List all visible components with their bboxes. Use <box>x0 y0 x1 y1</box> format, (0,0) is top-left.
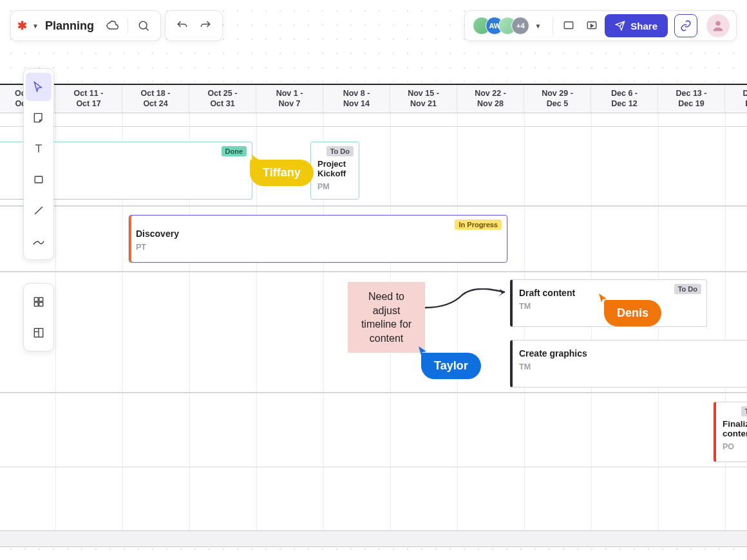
avatar-more-count[interactable]: +4 <box>511 17 529 35</box>
status-chip-in-progress: In Progress <box>455 219 502 230</box>
divider <box>128 17 128 34</box>
toolbar-collaboration: AW +4 ▼ Share <box>464 10 737 41</box>
svg-rect-8 <box>39 303 43 306</box>
tool-sidebar <box>23 68 54 260</box>
share-button-label: Share <box>630 21 657 32</box>
cursor-label-denis: Denis <box>604 300 661 326</box>
timeline-frame[interactable]: Oct 4 -Oct 10 Oct 11 -Oct 17 Oct 18 -Oct… <box>0 84 747 547</box>
redo-button[interactable] <box>195 15 216 36</box>
tool-sidebar-secondary <box>23 283 54 351</box>
undo-button[interactable] <box>172 15 193 36</box>
timeline-body[interactable]: ect Pl Done To Do Project Kickoff PM In … <box>0 113 747 547</box>
timeline-column-header: Nov 29 -Dec 5 <box>524 85 591 113</box>
search-icon[interactable] <box>133 15 154 36</box>
status-chip-todo: To Do <box>741 406 747 416</box>
profile-avatar[interactable] <box>706 14 730 37</box>
timeline-column-header: Nov 22 -Nov 28 <box>457 85 524 113</box>
svg-point-0 <box>139 21 147 29</box>
status-chip-done: Done <box>222 146 247 156</box>
document-title[interactable]: Planning <box>45 19 99 33</box>
status-chip-todo: To Do <box>326 146 354 156</box>
card-title: Create graphics <box>519 348 747 359</box>
present-icon[interactable] <box>582 15 602 36</box>
card-meta: PT <box>136 243 500 252</box>
tool-sticky-note[interactable] <box>26 104 52 132</box>
svg-point-3 <box>715 21 720 26</box>
card-create-graphics[interactable]: Create graphics TM <box>510 340 747 387</box>
tool-templates[interactable] <box>26 288 52 316</box>
timeline-column-header: Nov 1 -Nov 7 <box>256 85 323 113</box>
tool-pen[interactable] <box>26 227 52 256</box>
timeline-header: Oct 4 -Oct 10 Oct 11 -Oct 17 Oct 18 -Oct… <box>0 85 747 113</box>
card-title: Discovery <box>136 229 500 239</box>
svg-rect-7 <box>34 303 38 306</box>
tool-pointer[interactable] <box>26 73 52 101</box>
tool-text[interactable] <box>26 135 52 163</box>
app-logo: ✱ <box>17 19 30 33</box>
card-project-kickoff[interactable]: To Do Project Kickoff PM <box>310 142 359 200</box>
comment-icon[interactable] <box>558 15 579 36</box>
card-discovery[interactable]: In Progress Discovery PT <box>129 215 507 263</box>
swimlane <box>0 530 747 547</box>
timeline-column-header: Dec 20 -Dec 26 <box>725 85 747 113</box>
card-title: Draft content <box>519 288 700 298</box>
svg-rect-4 <box>35 176 43 183</box>
toolbar-history <box>165 10 223 41</box>
svg-rect-6 <box>39 297 43 301</box>
card-finalize-content[interactable]: To Do Finalize content PO <box>714 402 747 462</box>
status-chip-todo: To Do <box>674 284 701 294</box>
share-button[interactable]: Share <box>605 14 668 37</box>
timeline-column-header: Oct 18 -Oct 24 <box>122 85 189 113</box>
tool-line[interactable] <box>26 196 52 225</box>
timeline-column-header: Dec 13 -Dec 19 <box>658 85 725 113</box>
doc-menu-dropdown[interactable]: ▼ <box>32 23 43 30</box>
connector-arrow <box>424 288 514 327</box>
timeline-column-header: Oct 11 -Oct 17 <box>55 85 122 113</box>
svg-rect-5 <box>34 297 38 301</box>
cursor-pointer-icon <box>417 345 429 357</box>
swimlane <box>0 393 747 467</box>
timeline-column-header: Nov 8 -Nov 14 <box>323 85 390 113</box>
toolbar-document: ✱ ▼ Planning <box>10 10 161 41</box>
avatars-dropdown[interactable]: ▼ <box>534 23 545 30</box>
cloud-sync-icon[interactable] <box>102 15 122 36</box>
copy-link-button[interactable] <box>674 14 697 37</box>
cursor-label-taylor: Taylor <box>421 353 481 379</box>
sticky-note[interactable]: Need to adjust timeline for content <box>348 282 425 353</box>
cursor-pointer-icon <box>250 153 261 165</box>
card-meta: TM <box>519 362 747 371</box>
card-title: Project Kickoff <box>317 159 352 178</box>
card-meta: PM <box>317 182 352 191</box>
tool-rectangle[interactable] <box>26 165 52 194</box>
timeline-column-header: Dec 6 -Dec 12 <box>591 85 658 113</box>
tool-frame[interactable] <box>26 319 52 347</box>
card-title: Finalize content <box>723 419 747 438</box>
collaborator-avatars[interactable]: AW +4 ▼ <box>473 17 545 35</box>
svg-rect-1 <box>565 22 574 29</box>
card-meta: PO <box>723 442 747 451</box>
timeline-column-header: Nov 15 -Nov 21 <box>390 85 457 113</box>
divider <box>553 17 553 34</box>
timeline-column-header: Oct 25 -Oct 31 <box>189 85 256 113</box>
cursor-pointer-icon <box>598 292 609 304</box>
